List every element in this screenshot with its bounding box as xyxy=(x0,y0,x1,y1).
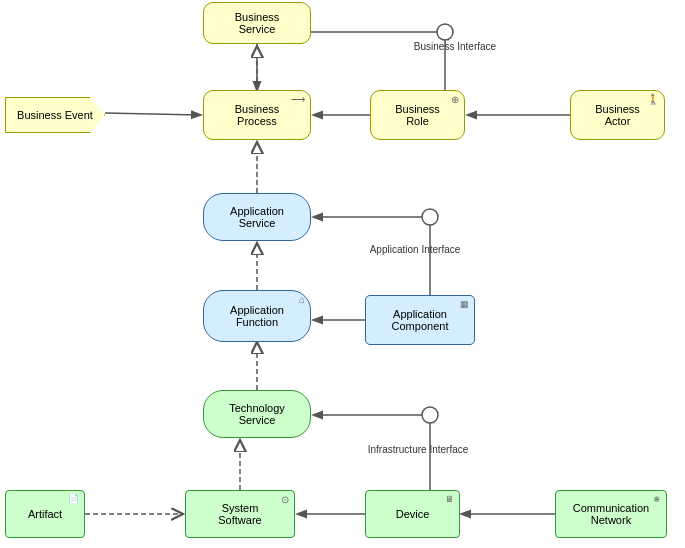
application-service-label: Application Service xyxy=(230,205,284,229)
business-process-label: Business Process xyxy=(235,103,280,127)
system-software-node: System Software ⊙ xyxy=(185,490,295,538)
device-node: Device 🖥 xyxy=(365,490,460,538)
application-interface-label: Application Interface xyxy=(350,244,480,255)
technology-service-label: Technology Service xyxy=(229,402,285,426)
business-role-label: Business Role xyxy=(395,103,440,127)
artifact-label: Artifact xyxy=(28,508,62,520)
artifact-icon: 📄 xyxy=(68,494,79,504)
svg-point-3 xyxy=(437,24,453,40)
business-event-label: Business Event xyxy=(17,109,93,121)
technology-service-node: Technology Service xyxy=(203,390,311,438)
network-icon: ⋇ xyxy=(653,494,661,504)
infrastructure-interface-label: Infrastructure Interface xyxy=(348,444,488,455)
communication-network-node: Communication Network ⋇ xyxy=(555,490,667,538)
business-actor-label: Business Actor xyxy=(595,103,640,127)
artifact-node: Artifact 📄 xyxy=(5,490,85,538)
communication-network-label: Communication Network xyxy=(573,502,649,526)
business-actor-node: Business Actor 🚶 xyxy=(570,90,665,140)
svg-point-16 xyxy=(422,407,438,423)
system-software-label: System Software xyxy=(218,502,261,526)
application-service-node: Application Service xyxy=(203,193,311,241)
device-icon: 🖥 xyxy=(445,494,454,504)
role-icon: ⊕ xyxy=(451,94,459,105)
business-process-node: Business Process ⟶ xyxy=(203,90,311,140)
business-interface-label: Business Interface xyxy=(395,41,515,52)
business-role-node: Business Role ⊕ xyxy=(370,90,465,140)
actor-icon: 🚶 xyxy=(647,94,659,105)
business-service-label: Business Service xyxy=(235,11,280,35)
application-component-label: Application Component xyxy=(392,308,449,332)
arrows-layer xyxy=(0,0,685,548)
device-label: Device xyxy=(396,508,430,520)
component-icon: ▦ xyxy=(460,299,469,309)
application-function-node: Application Function ⌂ xyxy=(203,290,311,342)
system-software-icon: ⊙ xyxy=(281,494,289,505)
application-component-node: Application Component ▦ xyxy=(365,295,475,345)
diagram: Business Service Business Event Business… xyxy=(0,0,685,548)
application-function-label: Application Function xyxy=(230,304,284,328)
process-icon: ⟶ xyxy=(291,94,305,105)
function-icon: ⌂ xyxy=(299,294,305,305)
business-event-node: Business Event xyxy=(5,97,105,133)
svg-line-0 xyxy=(105,113,200,115)
business-service-node: Business Service xyxy=(203,2,311,44)
svg-point-10 xyxy=(422,209,438,225)
